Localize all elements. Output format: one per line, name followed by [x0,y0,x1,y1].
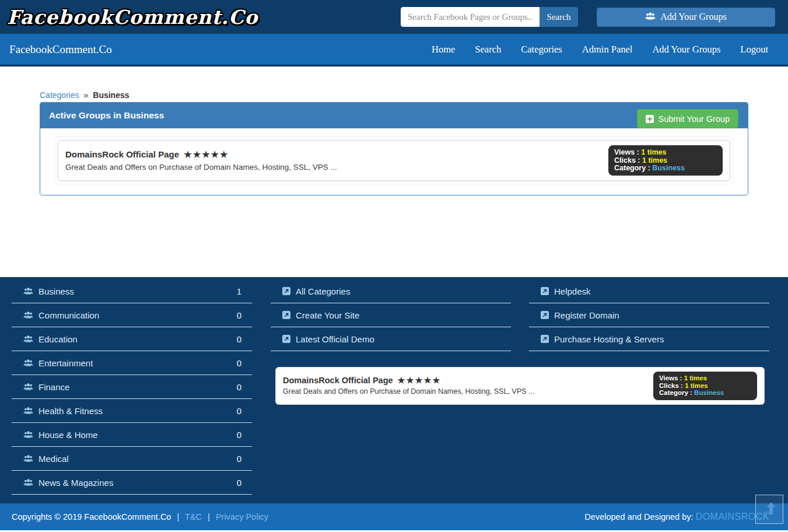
clicks-value: 1 times [642,156,667,164]
category-count: 0 [237,382,241,392]
category-count: 0 [237,334,241,344]
panel-body: DomainsRock Official Page ★★★★★ Great De… [40,128,748,195]
group-stats-badge: Views : 1 times Clicks : 1 times Categor… [608,145,723,176]
footer-link-all-categories[interactable]: All Categories [271,279,511,303]
footer-featured-group: DomainsRock Official Page ★★★★★ Great De… [275,367,765,405]
external-link-icon [282,287,290,295]
footer-category-business[interactable]: Business 1 [12,279,252,303]
group-card[interactable]: DomainsRock Official Page ★★★★★ Great De… [58,140,730,181]
group-card[interactable]: DomainsRock Official Page ★★★★★ Great De… [275,367,765,405]
breadcrumb-separator: » [84,90,89,100]
separator: | [177,512,179,522]
category-value: Business [652,164,685,172]
category-count: 0 [237,478,241,488]
copyright-text: Copyrights © 2019 FacebookComment.Co [12,512,171,522]
category-value: Business [694,389,724,396]
privacy-policy-link[interactable]: Privacy Policy [216,512,268,522]
category-label: Entertainment [38,358,93,368]
footer-category-news-magazines[interactable]: News & Magazines 0 [12,471,252,495]
footer-category-medical[interactable]: Medical 0 [12,447,252,471]
footer-link-helpdesk[interactable]: Helpdesk [529,279,769,303]
category-label: Business [38,286,74,296]
clicks-label: Clicks : [614,156,640,164]
nav-item-home[interactable]: Home [432,44,455,55]
header-search-group: Search [401,7,578,27]
category-count: 1 [237,286,241,296]
footer-link-label: All Categories [296,286,350,296]
category-count: 0 [237,358,241,368]
footer-category-communication[interactable]: Communication 0 [12,303,252,327]
users-icon [23,407,33,415]
footer-link-label: Purchase Hosting & Servers [554,334,664,344]
footer-link-purchase-hosting[interactable]: Purchase Hosting & Servers [529,327,769,351]
panel-heading: Active Groups in Business Submit Your Gr… [40,103,748,128]
footer-category-entertainment[interactable]: Entertainment 0 [12,351,252,375]
category-label: Category : [659,389,692,396]
users-icon [23,311,33,319]
submit-your-group-button[interactable]: Submit Your Group [637,109,738,128]
external-link-icon [282,335,290,343]
external-link-icon [541,335,549,343]
scroll-to-top-button[interactable] [755,495,783,524]
users-icon [645,12,656,23]
footer-link-label: Register Domain [554,310,619,320]
footer-links-columns: All Categories Create Your Site Latest O… [271,279,769,351]
nav-item-categories[interactable]: Categories [521,44,562,55]
nav-item-admin-panel[interactable]: Admin Panel [582,44,633,55]
breadcrumb-current: Business [93,90,129,100]
rating-stars: ★★★★★ [184,149,229,159]
users-icon [23,335,33,343]
footer-right-section: All Categories Create Your Site Latest O… [271,279,769,503]
footer-link-register-domain[interactable]: Register Domain [529,303,769,327]
group-title-text: DomainsRock Official Page [283,376,393,385]
tnc-link[interactable]: T&C [185,512,202,522]
footer-links-right-column: Helpdesk Register Domain Purchase Hostin… [529,279,769,351]
category-label: Category : [614,164,650,172]
footer-category-house-home[interactable]: House & Home 0 [12,423,252,447]
nav-item-logout[interactable]: Logout [740,44,768,55]
plus-square-icon [646,115,654,123]
category-count: 0 [237,406,241,416]
footer-link-label: Helpdesk [554,286,591,296]
group-stats-badge: Views : 1 times Clicks : 1 times Categor… [653,372,757,400]
users-icon [23,430,33,439]
users-icon [23,478,33,487]
search-input[interactable] [401,7,540,27]
footer-category-education[interactable]: Education 0 [12,327,252,351]
site-logo[interactable]: FacebookComment.Co [7,6,258,29]
main-navbar: FacebookComment.Co Home Search Categorie… [0,34,788,66]
search-button[interactable]: Search [540,7,578,27]
group-description: Great Deals and Offers on Purchase of Do… [283,387,534,396]
views-value: 1 times [684,374,708,382]
footer-link-latest-official-demo[interactable]: Latest Official Demo [271,327,511,351]
nav-item-search[interactable]: Search [475,44,501,55]
level-up-arrow-icon [761,501,778,518]
rating-stars: ★★★★★ [398,376,442,385]
breadcrumb: Categories » Business [40,90,748,100]
add-your-groups-label: Add Your Groups [660,12,726,22]
clicks-label: Clicks : [659,382,683,389]
clicks-value: 1 times [685,382,708,389]
top-header: FacebookComment.Co Search Add Your Group… [0,0,788,34]
nav-item-add-your-groups[interactable]: Add Your Groups [652,44,720,55]
separator: | [208,512,210,522]
footer-link-create-your-site[interactable]: Create Your Site [271,303,511,327]
breadcrumb-categories-link[interactable]: Categories [40,90,79,100]
navbar-brand[interactable]: FacebookComment.Co [9,43,112,56]
developed-by-text: Developed and Designed by: [584,512,693,522]
group-title: DomainsRock Official Page ★★★★★ [65,149,337,160]
footer-categories-column: Business 1 Communication 0 Education 0 E… [12,279,252,503]
submit-your-group-label: Submit Your Group [658,114,730,124]
footer-category-health-fitness[interactable]: Health & Fitness 0 [12,399,252,423]
category-label: House & Home [38,430,98,440]
users-icon [23,383,33,391]
category-label: Medical [38,454,69,464]
footer-category-finance[interactable]: Finance 0 [12,375,252,399]
add-your-groups-button[interactable]: Add Your Groups [597,8,775,27]
developer-credit: Developed and Designed by: DOMAINSROCK [584,512,769,522]
users-icon [23,454,33,463]
group-title-text: DomainsRock Official Page [65,149,179,159]
category-count: 0 [237,310,241,320]
views-value: 1 times [641,148,666,156]
footer-link-label: Create Your Site [296,310,359,320]
